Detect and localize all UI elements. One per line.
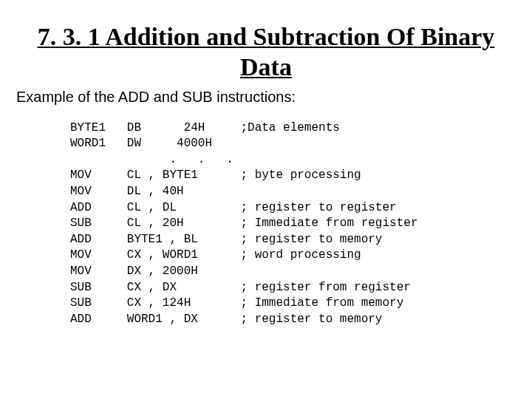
slide-container: 7. 3. 1 Addition and Subtraction Of Bina… — [0, 0, 532, 342]
code-listing: BYTE1 DB 24H ;Data elements WORD1 DW 400… — [70, 120, 517, 328]
slide-subtitle: Example of the ADD and SUB instructions: — [16, 89, 517, 106]
slide-title: 7. 3. 1 Addition and Subtraction Of Bina… — [15, 22, 517, 83]
